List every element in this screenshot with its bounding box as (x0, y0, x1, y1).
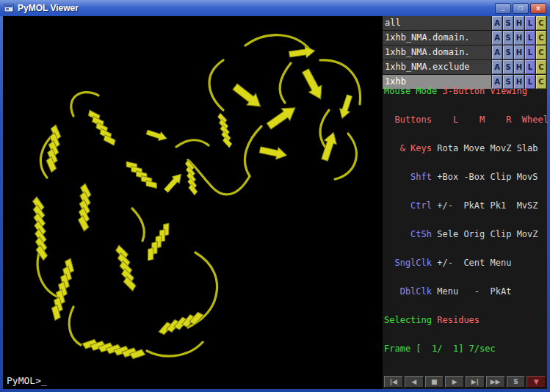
play-button[interactable]: ▶ (445, 376, 464, 388)
hide-button[interactable]: H (514, 16, 524, 30)
color-button[interactable]: C (536, 31, 546, 45)
close-button[interactable]: × (530, 3, 546, 14)
command-prompt[interactable]: PyMOL>_ (7, 375, 47, 386)
viewport-3d[interactable]: PyMOL>_ (3, 16, 383, 389)
step-forward-button[interactable]: ▶| (466, 376, 485, 388)
maximize-button[interactable]: □ (513, 3, 529, 14)
panel-toggle-button[interactable]: ▼ (527, 376, 546, 388)
label-button[interactable]: L (525, 46, 535, 59)
color-button[interactable]: C (536, 46, 546, 59)
step-back-button[interactable]: ◀ (405, 376, 424, 388)
movie-controls: |◀ ◀ ■ ▶ ▶| ▶▶ S ▼ (383, 374, 547, 389)
hide-button[interactable]: H (514, 46, 524, 59)
stop-button[interactable]: ■ (425, 376, 444, 388)
skip-to-start-button[interactable]: |◀ (384, 376, 403, 388)
mouse-mode-panel: Mouse Mode 3-Button Viewing Buttons L M … (383, 67, 547, 374)
label-button[interactable]: L (525, 31, 535, 45)
s-button[interactable]: S (507, 376, 526, 388)
mouse-matrix-header: Buttons L M R Wheel (384, 115, 546, 125)
control-panel: all A S H L C 1xhb_NMA.domain. A S H L C… (383, 16, 547, 389)
protein-structure (3, 16, 383, 389)
mouse-matrix-row: SnglClk +/- Cent Menu (384, 258, 546, 268)
object-name[interactable]: all (383, 16, 491, 30)
object-name[interactable]: 1xhb_NMA.domain. (383, 46, 491, 59)
window-controls: _ □ × (495, 3, 546, 14)
mouse-matrix-row: & Keys Rota Move MovZ Slab (384, 144, 546, 153)
skip-to-end-button[interactable]: ▶▶ (486, 376, 505, 388)
mouse-matrix-row: CtSh Sele Orig Clip MovZ (384, 230, 546, 239)
app-icon (4, 3, 14, 13)
selecting-mode[interactable]: Selecting Residues (384, 316, 546, 325)
pymol-window: PyMOL Viewer _ □ × (0, 0, 550, 392)
title-bar[interactable]: PyMOL Viewer _ □ × (0, 0, 550, 16)
hide-button[interactable]: H (514, 31, 524, 45)
action-button[interactable]: A (492, 31, 502, 45)
object-row[interactable]: 1xhb_NMA.domain. A S H L C (383, 46, 547, 59)
window-title: PyMOL Viewer (18, 3, 495, 13)
action-button[interactable]: A (492, 16, 502, 30)
frame-indicator[interactable]: Frame [ 1/ 1] 7/sec (384, 344, 546, 354)
color-button[interactable]: C (536, 16, 546, 30)
action-button[interactable]: A (492, 46, 502, 59)
object-name[interactable]: 1xhb_NMA.domain. (383, 31, 491, 45)
mouse-matrix-row: Ctrl +/- PkAt Pk1 MvSZ (384, 201, 546, 211)
show-button[interactable]: S (503, 46, 513, 59)
minimize-button[interactable]: _ (495, 3, 511, 14)
label-button[interactable]: L (525, 16, 535, 30)
mouse-mode-title[interactable]: Mouse Mode 3-Button Viewing (384, 87, 546, 96)
mouse-matrix-row: Shft +Box -Box Clip MovS (384, 173, 546, 182)
show-button[interactable]: S (503, 16, 513, 30)
mouse-matrix-row: DblClk Menu - PkAt (384, 287, 546, 297)
object-row-all[interactable]: all A S H L C (383, 16, 547, 30)
object-row[interactable]: 1xhb_NMA.domain. A S H L C (383, 31, 547, 45)
show-button[interactable]: S (503, 31, 513, 45)
